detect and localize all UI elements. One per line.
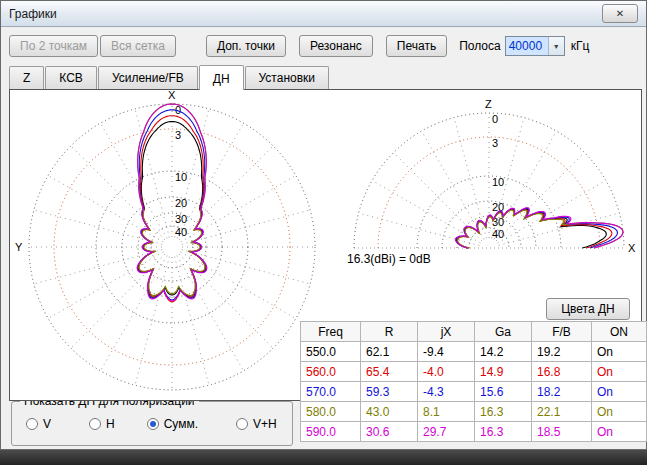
table-cell: 580.0 bbox=[301, 402, 361, 422]
spoke-line bbox=[101, 256, 168, 371]
tab-2[interactable]: КСВ bbox=[45, 66, 97, 89]
pattern-curve-560.0 bbox=[139, 116, 206, 302]
db-ring-label: 40 bbox=[175, 226, 187, 238]
db-ring-label: 10 bbox=[175, 171, 187, 183]
table-cell: 18.5 bbox=[532, 422, 592, 442]
table-cell: 16.3 bbox=[475, 402, 532, 422]
db-ring-label: 10 bbox=[492, 176, 504, 188]
spoke-line bbox=[372, 181, 480, 244]
gain-reference-annotation: 16.3(dBi) = 0dB bbox=[347, 252, 431, 266]
table-cell: 14.2 bbox=[475, 342, 532, 362]
column-header: F/B bbox=[532, 322, 592, 342]
spoke-line bbox=[496, 153, 584, 241]
radio-icon bbox=[89, 418, 101, 430]
column-header: Freq bbox=[301, 322, 361, 342]
toolbar-button-3[interactable]: Доп. точки bbox=[206, 35, 286, 57]
polarization-options: VHСумм.V+H bbox=[12, 417, 292, 431]
curve-on-toggle-cell[interactable]: On bbox=[592, 422, 647, 442]
close-button[interactable]: ✕ bbox=[602, 4, 638, 23]
spoke-line bbox=[359, 213, 480, 245]
table-row: 560.065.4-4.014.916.8On bbox=[301, 362, 647, 382]
column-header: Ga bbox=[475, 322, 532, 342]
radio-label: V bbox=[43, 417, 51, 431]
spoke-line bbox=[181, 252, 296, 319]
curve-on-toggle-cell[interactable]: On bbox=[592, 382, 647, 402]
polarization-groupbox: Показать ДН для поляризации VHСумм.V+H bbox=[11, 401, 293, 446]
spoke-line bbox=[454, 118, 486, 239]
toolbar-button-1: По 2 точкам bbox=[9, 35, 98, 57]
table-cell: -4.3 bbox=[418, 382, 475, 402]
db-ring-label: 3 bbox=[492, 137, 498, 149]
radio-icon bbox=[26, 418, 38, 430]
polarization-radio-2[interactable]: H bbox=[89, 417, 115, 431]
tab-3[interactable]: Усиление/FB bbox=[98, 66, 198, 89]
axis-label-top: X bbox=[168, 90, 176, 101]
background-window-strip bbox=[0, 450, 647, 465]
spoke-line bbox=[71, 146, 165, 240]
table-cell: 43.0 bbox=[361, 402, 418, 422]
table-cell: 15.6 bbox=[475, 382, 532, 402]
tab-1[interactable]: Z bbox=[9, 66, 44, 89]
spoke-line bbox=[177, 256, 244, 371]
spoke-line bbox=[422, 131, 485, 239]
table-cell: -9.4 bbox=[418, 342, 475, 362]
pattern-colors-button[interactable]: Цвета ДН bbox=[546, 298, 630, 320]
table-row: 580.043.08.116.322.1On bbox=[301, 402, 647, 422]
db-ring-label: 40 bbox=[492, 228, 504, 240]
column-header: jX bbox=[418, 322, 475, 342]
table-body: 550.062.1-9.414.219.2On560.065.4-4.014.9… bbox=[301, 342, 647, 442]
axis-label-top: Z bbox=[485, 98, 492, 110]
spoke-line bbox=[101, 123, 168, 238]
chevron-down-icon[interactable]: ▼ bbox=[548, 37, 564, 55]
db-ring-label: 30 bbox=[175, 213, 187, 225]
toolbar-buttons: По 2 точкамВся сеткаДоп. точкиРезонансПе… bbox=[9, 35, 447, 57]
table-cell: 16.8 bbox=[532, 362, 592, 382]
toolbar-button-4[interactable]: Резонанс bbox=[299, 35, 373, 57]
tab-4[interactable]: ДН bbox=[199, 65, 244, 90]
db-ring-label: 3 bbox=[175, 129, 181, 141]
spoke-line bbox=[34, 250, 162, 284]
band-label: Полоса bbox=[459, 39, 501, 53]
vertical-pattern-plot: 0310203040XY bbox=[10, 90, 342, 400]
frequency-table: FreqRjXGaF/BON 550.062.1-9.414.219.2On56… bbox=[300, 321, 647, 442]
table-cell: 22.1 bbox=[532, 402, 592, 422]
db-ring-label: 0 bbox=[492, 113, 498, 125]
curve-on-toggle-cell[interactable]: On bbox=[592, 402, 647, 422]
polarization-radio-1[interactable]: V bbox=[26, 417, 51, 431]
radio-icon bbox=[236, 418, 248, 430]
table-cell: 8.1 bbox=[418, 402, 475, 422]
polarization-radio-3[interactable]: Сумм. bbox=[147, 417, 198, 431]
table-header-row: FreqRjXGaF/BON bbox=[301, 322, 647, 342]
curve-on-toggle-cell[interactable]: On bbox=[592, 342, 647, 362]
tab-5[interactable]: Установки bbox=[245, 66, 329, 89]
toolbar-button-5[interactable]: Печать bbox=[386, 35, 447, 57]
spoke-line bbox=[135, 257, 169, 385]
polarization-radio-4[interactable]: V+H bbox=[236, 417, 277, 431]
spoke-line bbox=[179, 146, 273, 240]
table-row: 590.030.629.716.318.5On bbox=[301, 422, 647, 442]
table-cell: 14.9 bbox=[475, 362, 532, 382]
table-cell: 570.0 bbox=[301, 382, 361, 402]
db-ring-label: 20 bbox=[492, 201, 504, 213]
toolbar: По 2 точкамВся сеткаДоп. точкиРезонансПе… bbox=[9, 34, 640, 58]
table-cell: 560.0 bbox=[301, 362, 361, 382]
column-header: R bbox=[361, 322, 418, 342]
table-cell: 18.2 bbox=[532, 382, 592, 402]
table-cell: 29.7 bbox=[418, 422, 475, 442]
band-combo[interactable]: 40000 ▼ bbox=[505, 36, 565, 56]
curve-on-toggle-cell[interactable]: On bbox=[592, 362, 647, 382]
spoke-line bbox=[48, 176, 163, 243]
pattern-curve-580.0 bbox=[138, 104, 207, 296]
pattern-curve-590.0 bbox=[137, 104, 207, 301]
dialog-window: Графики ✕ По 2 точкамВся сеткаДоп. точки… bbox=[0, 0, 647, 450]
table-cell: 62.1 bbox=[361, 342, 418, 362]
table-cell: 590.0 bbox=[301, 422, 361, 442]
table-cell: 16.3 bbox=[475, 422, 532, 442]
spoke-line bbox=[179, 254, 273, 348]
spoke-line bbox=[71, 254, 165, 348]
axis-label-right: X bbox=[628, 242, 636, 254]
titlebar[interactable]: Графики ✕ bbox=[1, 1, 646, 27]
band-unit-label: кГц bbox=[571, 39, 590, 53]
table-row: 570.059.3-4.315.618.2On bbox=[301, 382, 647, 402]
spoke-line bbox=[175, 257, 209, 385]
